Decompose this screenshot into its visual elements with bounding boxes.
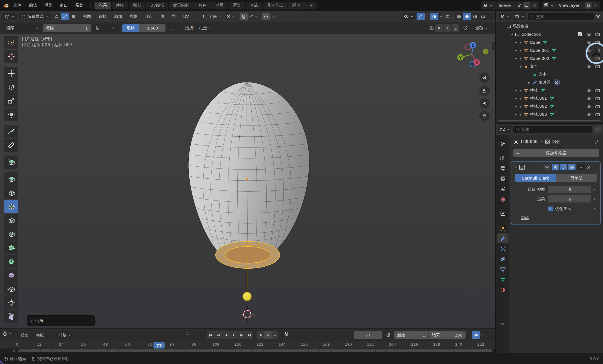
playback-menu[interactable]: 回放 — [56, 331, 74, 339]
outliner-scrollbar[interactable] — [498, 120, 601, 121]
rail-overflow-icon[interactable] — [500, 321, 505, 326]
gizmos-toggle-button[interactable] — [417, 13, 425, 20]
workspace-tab-布局[interactable]: 布局 — [94, 2, 111, 9]
outliner-filter-mode-button[interactable] — [513, 13, 526, 20]
tool-shear[interactable] — [4, 310, 18, 323]
mirror-axis-Y[interactable]: Y — [444, 24, 451, 32]
timeline-editor-button[interactable] — [2, 331, 11, 336]
tool-shrink-fatten[interactable] — [4, 296, 18, 309]
properties-tab-view-layer[interactable] — [497, 174, 509, 184]
outliner-item-label[interactable]: 场景集合 — [513, 24, 529, 29]
tool-annotate[interactable] — [4, 125, 18, 138]
expander-icon[interactable]: ▾ — [509, 32, 515, 37]
tool-rotate[interactable] — [4, 80, 18, 94]
outliner-item-label[interactable]: 柱体.003 — [530, 112, 547, 117]
drag-handle-icon[interactable] — [592, 165, 598, 170]
expander-icon[interactable]: ▸ — [518, 40, 523, 45]
tool-bevel[interactable] — [4, 200, 18, 213]
new-scene-button[interactable] — [523, 2, 530, 9]
menu-帮助[interactable]: 帮助 — [72, 2, 87, 9]
current-frame-field[interactable]: 77 — [354, 331, 382, 339]
workspace-tab-几何节点[interactable]: 几何节点 — [263, 2, 287, 9]
playback-sync-button[interactable] — [284, 331, 293, 336]
viewport-menu-网格[interactable]: 网格 — [126, 13, 141, 20]
scene-selector[interactable]: Scene — [481, 1, 539, 9]
chevron-down-icon[interactable] — [426, 15, 429, 18]
animate-dot[interactable]: • — [591, 197, 598, 201]
vertex-select-button[interactable] — [52, 13, 60, 20]
next-keyframe-button[interactable] — [238, 331, 245, 339]
tool-spin[interactable] — [4, 255, 18, 268]
show-on-cage-toggle[interactable] — [543, 164, 551, 170]
menu-文件[interactable]: 文件 — [10, 2, 25, 9]
viewport-menu-顶点[interactable]: 顶点 — [141, 13, 157, 20]
properties-tab-collection[interactable] — [497, 209, 509, 219]
prev-frame-button[interactable] — [257, 331, 264, 339]
auto-keying-button[interactable] — [185, 331, 194, 336]
properties-editor-button[interactable] — [498, 125, 511, 133]
tool-edge-slide[interactable] — [4, 282, 18, 296]
tool-inset-faces[interactable] — [4, 186, 18, 199]
properties-tab-tool[interactable] — [497, 139, 509, 149]
tool-move[interactable] — [4, 67, 18, 80]
camera-icon[interactable] — [595, 88, 600, 93]
tool-knife[interactable] — [4, 227, 18, 241]
overlays-toggle-button[interactable] — [430, 13, 438, 20]
properties-search-input[interactable] — [521, 127, 590, 132]
properties-tab-modifiers[interactable] — [497, 233, 509, 243]
expander-icon[interactable]: ▸ — [518, 56, 523, 61]
outliner-item-label[interactable]: 柱体.002 — [530, 104, 547, 109]
operator-panel[interactable]: 倒角 — [27, 315, 95, 326]
viewport-menu-面[interactable]: 面 — [168, 13, 180, 20]
tool-smooth[interactable] — [4, 269, 18, 282]
material-shading-button[interactable] — [471, 13, 479, 20]
xray-toggle-button[interactable] — [444, 13, 452, 20]
pin-icon[interactable] — [594, 139, 599, 144]
outliner-row-Cube[interactable]: ▸Cube — [496, 38, 603, 46]
outliner-display-mode-button[interactable] — [498, 13, 511, 20]
properties-options-button[interactable] — [594, 126, 601, 133]
scene-name[interactable]: Scene — [494, 3, 515, 8]
snap-target-icon[interactable] — [248, 14, 253, 19]
levels-render-field[interactable]: 2 — [548, 195, 591, 202]
expander-icon[interactable]: ▸ — [518, 104, 523, 109]
animate-dot[interactable]: • — [591, 187, 598, 192]
animate-dot[interactable]: • — [591, 206, 598, 211]
prev-keyframe-button[interactable] — [214, 331, 222, 339]
expander-icon[interactable]: ▸ — [518, 48, 523, 53]
workspace-tab-建模[interactable]: 建模 — [112, 2, 128, 9]
snap-toggle-button[interactable] — [240, 13, 248, 20]
optimal-display-checkbox[interactable]: ✓ — [548, 206, 553, 211]
add-workspace-button[interactable]: + — [305, 2, 317, 9]
expander-icon[interactable]: ▸ — [518, 96, 523, 101]
rendered-shading-button[interactable] — [479, 13, 487, 20]
mirror-axis-Z[interactable]: Z — [452, 24, 459, 32]
breadcrumb-object[interactable]: 柱体.006 — [521, 139, 537, 144]
viewlayer-selector[interactable]: ViewLayer — [542, 1, 600, 9]
outliner-row-文本[interactable]: ▾a文本 — [496, 62, 603, 70]
expander-icon[interactable]: ▾ — [518, 64, 523, 69]
start-frame-field[interactable]: 起始 1 — [394, 331, 428, 339]
show-in-viewport-toggle[interactable] — [560, 164, 567, 170]
orientation-selector[interactable]: 全局 — [202, 14, 221, 19]
eye-icon[interactable] — [586, 64, 592, 69]
proportional-edit-button[interactable] — [262, 13, 270, 20]
outliner-row-柱体[interactable]: ▸柱体 — [496, 86, 603, 95]
jump-to-start-button[interactable] — [207, 331, 214, 339]
timeline-scrollbar[interactable] — [18, 349, 492, 352]
editor-type-button[interactable] — [2, 13, 17, 20]
workspace-tab-纹理绘制[interactable]: 纹理绘制 — [169, 2, 194, 9]
end-frame-field[interactable]: 结束 250 — [428, 331, 466, 339]
viewlayer-name[interactable]: ViewLayer — [555, 3, 583, 8]
properties-search[interactable] — [513, 126, 592, 133]
tool-scale[interactable] — [4, 94, 18, 107]
catmull-clark-button[interactable]: Catmull-Clark — [515, 174, 556, 182]
close-icon[interactable] — [586, 165, 591, 170]
outliner-row-修改器[interactable]: ▸修改器 — [496, 78, 603, 86]
properties-tab-object[interactable] — [497, 223, 509, 233]
eye-icon[interactable] — [586, 32, 592, 37]
camera-icon[interactable] — [595, 64, 600, 69]
properties-tab-particles[interactable] — [497, 244, 509, 253]
pin-icon[interactable] — [517, 3, 522, 8]
breadcrumb-modifier[interactable]: 细分 — [552, 139, 560, 144]
